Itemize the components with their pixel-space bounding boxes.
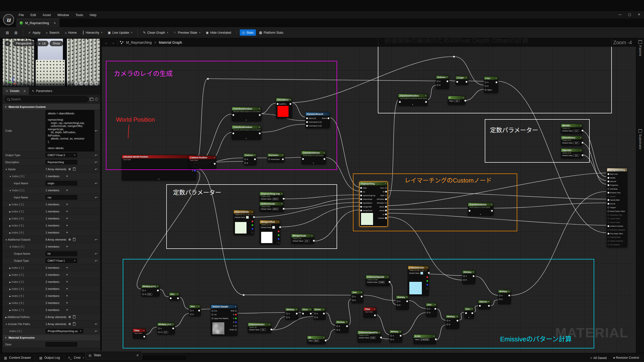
node-uniform-scale[interactable]: UniformScale▾Param (100)Default Value100… <box>260 202 284 212</box>
revert-icon[interactable]: ↩ <box>95 322 97 326</box>
node-pin-hitposition[interactable]: hitPosition <box>377 197 387 201</box>
node-emissive-color[interactable]: EmissiveColor▾Param (0.293, 0.781, 1)Def… <box>408 266 429 296</box>
node-pin-out[interactable] <box>425 100 427 104</box>
node-pin-rgba[interactable]: RGBA <box>230 328 237 332</box>
chevron-down-icon[interactable]: ▼ <box>66 302 68 304</box>
menu-edit[interactable]: Edit <box>28 12 38 18</box>
node-texture-sample[interactable]: Texture Sample▾UVsTexApply View MipBiasR… <box>211 305 237 336</box>
home-button[interactable]: ⌂Home <box>63 29 79 36</box>
material-graph-canvas[interactable]: ← → M_Raymarching > Material Graph Zoom … <box>102 38 636 353</box>
node-pin-vectorinput[interactable]: VectorInput <box>268 157 279 161</box>
node-pin-depth[interactable]: depth <box>380 194 387 197</box>
node-pin-out[interactable] <box>491 209 493 213</box>
node-pin-a[interactable]: A <box>352 295 356 298</box>
node-pin-roughness[interactable]: Roughness <box>608 183 625 187</box>
node-emissive-speed-time[interactable]: EmissiveSpeedTime▾Param (0.05)Default Va… <box>357 331 381 343</box>
menu-help[interactable]: Help <box>87 12 99 18</box>
node-pin-normal[interactable]: Normal <box>608 202 625 206</box>
node-pin-out[interactable] <box>426 275 428 279</box>
node-pin-out[interactable] <box>473 274 474 278</box>
chevron-down-icon[interactable]: ▼ <box>66 203 68 206</box>
node-sine-1[interactable]: Sine▾▾ <box>464 307 474 319</box>
node-pin-a[interactable]: A <box>314 312 318 315</box>
node-pin-b[interactable]: B <box>190 312 194 316</box>
node-pin-out[interactable] <box>157 289 159 292</box>
node-pin-a[interactable]: A <box>427 307 430 311</box>
chevron-down-icon[interactable]: ▼ <box>66 245 68 248</box>
node-pin-rgb[interactable]: RGB <box>231 309 237 313</box>
chevron-down-icon[interactable]: ▼ <box>66 217 68 220</box>
node-pin-out[interactable] <box>232 131 234 135</box>
node-divide-1[interactable]: Divide▾AB <box>313 308 326 320</box>
menu-file[interactable]: File <box>16 12 26 18</box>
delete-elements-icon[interactable] <box>73 167 75 171</box>
node-pin-b[interactable]: B0.01 <box>142 292 152 296</box>
section-header[interactable]: ▼Material Expression <box>3 335 100 341</box>
node-pin-g[interactable]: G <box>233 316 237 320</box>
chevron-down-icon[interactable]: ▼ <box>66 274 68 276</box>
menu-tools[interactable]: Tools <box>73 12 86 18</box>
node-pin-ambient-occlusion[interactable]: Ambient Occlusion <box>608 224 625 228</box>
node-pin-origin[interactable]: origin <box>360 186 375 190</box>
node-pin-subsurface-color[interactable]: Subsurface Color <box>608 213 625 217</box>
node-pin-localpos[interactable]: localPos <box>277 102 286 106</box>
node-pin-out[interactable] <box>252 219 253 223</box>
node-pin-out[interactable] <box>143 335 145 339</box>
node-pin-out[interactable] <box>447 79 448 83</box>
node-pin-r[interactable]: R <box>233 313 237 316</box>
node-pin-out[interactable] <box>456 80 458 84</box>
node-pin-hit[interactable]: hit <box>383 190 387 194</box>
node-pin-out[interactable] <box>252 223 253 227</box>
chevron-down-icon[interactable]: ▼ <box>66 295 68 297</box>
node-add-1[interactable]: Add▾AB <box>189 305 201 316</box>
node-pin-out[interactable] <box>508 294 510 297</box>
node-pin-tangent[interactable]: Tangent <box>608 206 625 209</box>
node-menger-scale[interactable]: MengerScale▾Param (2.5)Default Value2.5 <box>291 234 314 244</box>
node-pin-out[interactable] <box>302 312 304 315</box>
reroute-dot[interactable] <box>207 78 209 80</box>
node-pin-out[interactable] <box>374 313 376 317</box>
node-length-1[interactable]: Length▾ <box>456 76 468 85</box>
menu-window[interactable]: Window <box>55 12 71 18</box>
node-smoothness[interactable]: Smoothness▾Param (0.5)Default Value0.5 <box>561 136 583 146</box>
node-const-0[interactable]: 0▾Value0.0 <box>448 96 465 105</box>
node-pin-a[interactable]: A <box>244 157 248 161</box>
node-awp[interactable]: Absolute World PositionInput DataXYZXYZ▾ <box>122 155 196 180</box>
revert-icon[interactable]: ↩ <box>95 252 97 255</box>
node-multiply-001[interactable]: Multiply (0.01)▾AB0.01 <box>141 285 159 297</box>
text-field[interactable]: hit <box>46 251 77 256</box>
node-pin-b[interactable]: B <box>485 84 492 88</box>
add-element-icon[interactable]: ⊕ <box>68 238 71 241</box>
node-pin-out[interactable] <box>254 157 256 161</box>
node-pin-out[interactable] <box>278 241 279 245</box>
dropdown[interactable]: CMOT Float 1▾ <box>46 258 77 263</box>
node-pin-world-position-offset[interactable]: World Position Offset <box>608 209 625 213</box>
node-pin-custom-data1[interactable]: Custom Data1 <box>608 220 625 224</box>
node-pin-b[interactable]: B <box>244 161 248 165</box>
node-transform-position-1[interactable]: TransformPosition▾Absolute World Space t… <box>232 107 261 121</box>
revert-icon[interactable]: ↩ <box>95 182 97 185</box>
node-pin-out[interactable] <box>214 162 216 166</box>
node-pin-result[interactable]: Result <box>322 116 329 120</box>
text-field[interactable]: origin <box>46 181 77 186</box>
reroute-dot[interactable] <box>243 294 245 296</box>
node-multiply-n02[interactable]: Multiply (-0.2)▾AB-0.2 <box>157 323 175 335</box>
node-pin-mengerscale[interactable]: mengerScale <box>360 209 375 212</box>
panel-tab-details[interactable]: ✎Details✕ <box>3 87 29 95</box>
node-pin-out[interactable] <box>177 296 179 300</box>
node-raymarching[interactable]: Raymarching▾originrayraymarchingLoopunif… <box>359 182 388 227</box>
text-field[interactable] <box>46 342 77 347</box>
node-time-2[interactable]: Time▾Input Data <box>364 307 377 318</box>
node-pin-front-material[interactable]: Front Material <box>608 243 625 247</box>
dropdown[interactable]: /Project/Raymarching.us▾ <box>46 329 83 333</box>
node-pin-alpha-s-[interactable]: Alpha (S) <box>306 116 321 120</box>
viewport-lit-button[interactable]: ◐Lit <box>36 41 49 46</box>
live-update-button[interactable]: ▣Live Update▾ <box>105 29 134 36</box>
node-pin-b[interactable]: B <box>499 297 503 301</box>
node-multiply-7[interactable]: Multiply▾AB <box>446 315 459 329</box>
node-pin-a[interactable]: A <box>233 324 237 328</box>
node-pin-a[interactable]: A <box>158 327 168 330</box>
section-header[interactable]: ▼Material Expression Custom <box>3 104 100 110</box>
revert-icon[interactable]: ↩ <box>95 329 97 333</box>
node-add-3[interactable]: Add▾AB <box>426 303 437 317</box>
